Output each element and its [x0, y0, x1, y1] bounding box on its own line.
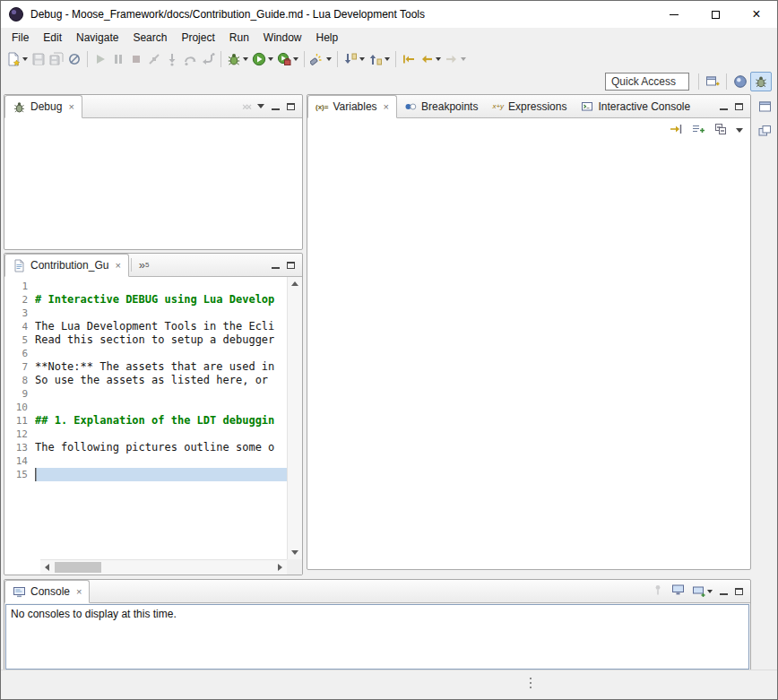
tab-contribution-guide[interactable]: Contribution_Gu ×	[4, 254, 129, 277]
hidden-editors-chevron[interactable]: »5	[134, 254, 155, 276]
back-button[interactable]	[418, 49, 443, 69]
save-all-button[interactable]	[48, 49, 65, 69]
ldt-perspective-button[interactable]	[730, 72, 750, 91]
search-toolbar-button[interactable]	[308, 49, 333, 69]
line-number[interactable]: 15	[4, 468, 35, 481]
minimize-view-icon[interactable]	[272, 102, 280, 110]
pin-console-icon[interactable]	[652, 583, 664, 599]
show-type-names-icon[interactable]	[691, 122, 705, 139]
restore-view-icon[interactable]	[757, 99, 774, 117]
new-dropdown-arrow[interactable]	[22, 57, 28, 61]
line-number[interactable]: 11	[4, 414, 35, 428]
close-icon[interactable]: ×	[115, 260, 120, 271]
tab-breakpoints[interactable]: Breakpoints	[397, 95, 485, 117]
debug-button[interactable]	[225, 49, 250, 69]
console-content[interactable]: No consoles to display at this time.	[5, 604, 749, 670]
menu-run[interactable]: Run	[222, 30, 256, 46]
menu-navigate[interactable]: Navigate	[69, 30, 125, 46]
menu-search[interactable]: Search	[125, 30, 174, 46]
scroll-up-arrow[interactable]	[291, 281, 298, 286]
skip-all-breakpoints-button[interactable]	[65, 49, 83, 69]
scroll-down-arrow[interactable]	[291, 550, 298, 555]
close-icon[interactable]: ×	[68, 101, 73, 112]
search-dropdown-arrow[interactable]	[326, 57, 332, 61]
minimize-view-icon[interactable]	[272, 261, 280, 269]
step-over-button[interactable]	[181, 49, 199, 69]
line-number[interactable]: 3	[4, 307, 35, 320]
resume-button[interactable]	[91, 49, 109, 69]
menu-project[interactable]: Project	[174, 30, 221, 46]
scrollbar-thumb[interactable]	[55, 562, 101, 573]
variables-view-content[interactable]	[307, 118, 750, 569]
external-tools-button[interactable]	[275, 49, 300, 69]
close-icon[interactable]: ×	[76, 586, 82, 597]
menu-window[interactable]: Window	[256, 30, 309, 46]
line-number[interactable]: 12	[4, 428, 35, 441]
back-dropdown-arrow[interactable]	[436, 57, 441, 61]
line-number[interactable]: 13	[4, 441, 35, 454]
close-icon[interactable]: ×	[384, 101, 389, 112]
editor-text-area[interactable]: 1 2# Interactive DEBUG using Lua Develop…	[4, 277, 287, 559]
horizontal-scrollbar[interactable]	[40, 559, 287, 575]
close-window-button[interactable]: ×	[736, 1, 777, 28]
line-number[interactable]: 4	[4, 320, 35, 333]
maximize-view-icon[interactable]	[735, 103, 743, 110]
debug-view-content[interactable]	[4, 118, 302, 249]
line-number[interactable]: 7	[4, 360, 35, 374]
open-console-button[interactable]	[692, 585, 713, 598]
line-number[interactable]: 8	[4, 374, 35, 387]
previous-annotation-button[interactable]	[367, 49, 392, 69]
vertical-scrollbar[interactable]	[287, 277, 302, 559]
menu-edit[interactable]: Edit	[36, 30, 69, 46]
minimize-window-button[interactable]	[653, 1, 695, 28]
line-number[interactable]: 2	[4, 293, 35, 307]
debug-perspective-button[interactable]	[750, 72, 772, 91]
remove-all-terminated-button[interactable]: ××	[242, 101, 250, 112]
editor-content[interactable]: 1 2# Interactive DEBUG using Lua Develop…	[4, 277, 302, 575]
quick-access-input[interactable]: Quick Access	[605, 73, 689, 91]
minimized-view-stack-icon[interactable]	[757, 124, 774, 141]
previous-annotation-dropdown-arrow[interactable]	[385, 57, 390, 61]
save-button[interactable]	[30, 49, 48, 69]
next-annotation-dropdown-arrow[interactable]	[359, 57, 365, 61]
status-drag-handle[interactable]	[530, 678, 532, 679]
line-number[interactable]: 1	[4, 280, 35, 293]
line-number[interactable]: 14	[4, 454, 35, 468]
tab-variables[interactable]: (x)= Variables ×	[307, 95, 397, 118]
minimize-view-icon[interactable]	[720, 587, 728, 595]
suspend-button[interactable]	[109, 49, 127, 69]
forward-dropdown-arrow[interactable]	[461, 57, 466, 61]
run-dropdown-arrow[interactable]	[268, 57, 273, 61]
tab-interactive-console[interactable]: Interactive Console	[574, 95, 697, 117]
run-button[interactable]	[250, 49, 275, 69]
maximize-window-button[interactable]	[695, 1, 736, 28]
minimize-view-icon[interactable]	[720, 102, 728, 110]
tab-console[interactable]: Console ×	[4, 580, 90, 603]
line-number[interactable]: 5	[4, 333, 35, 347]
tab-debug[interactable]: Debug ×	[4, 95, 82, 118]
view-menu-icon[interactable]	[257, 104, 264, 108]
debug-dropdown-arrow[interactable]	[243, 57, 248, 61]
line-number[interactable]: 10	[4, 401, 35, 414]
collapse-all-icon[interactable]	[713, 122, 728, 139]
show-logical-structure-icon[interactable]	[669, 122, 683, 139]
line-number[interactable]: 9	[4, 387, 35, 401]
step-into-button[interactable]	[163, 49, 181, 69]
menu-file[interactable]: File	[4, 30, 36, 46]
terminate-button[interactable]	[127, 49, 145, 69]
view-menu-icon[interactable]	[736, 128, 743, 133]
display-selected-console-icon[interactable]	[671, 583, 685, 599]
forward-button[interactable]	[443, 49, 468, 69]
maximize-view-icon[interactable]	[287, 262, 295, 269]
new-button[interactable]	[4, 49, 30, 69]
next-annotation-button[interactable]	[341, 49, 367, 69]
external-tools-dropdown-arrow[interactable]	[293, 57, 298, 61]
maximize-view-icon[interactable]	[287, 103, 295, 110]
scroll-right-arrow[interactable]	[278, 564, 282, 571]
tab-expressions[interactable]: x+y Expressions	[485, 95, 574, 117]
open-perspective-button[interactable]	[703, 72, 722, 91]
step-return-button[interactable]	[199, 49, 217, 69]
line-number[interactable]: 6	[4, 347, 35, 360]
maximize-view-icon[interactable]	[735, 588, 743, 595]
menu-help[interactable]: Help	[309, 30, 346, 46]
